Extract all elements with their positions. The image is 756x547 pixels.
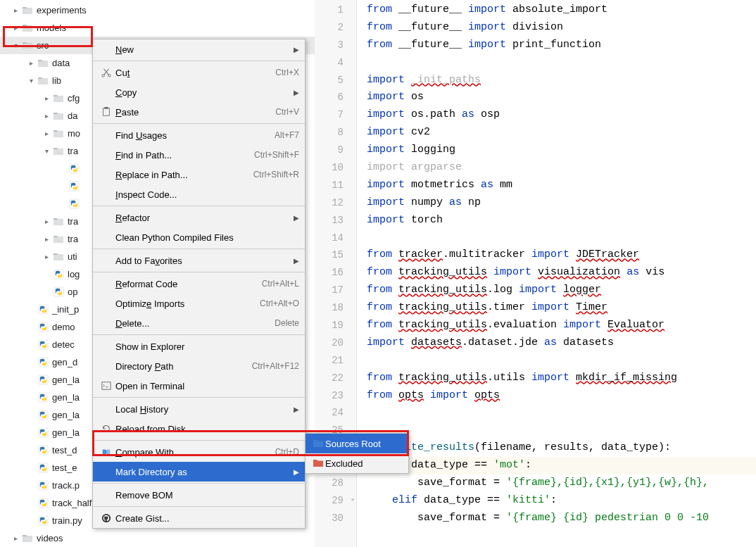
submenu-arrow-icon: ▶	[289, 405, 299, 413]
svg-rect-21	[104, 107, 108, 109]
menu-item-replace-in-path-[interactable]: Replace in Path...Ctrl+Shift+R	[93, 165, 305, 184]
tree-folder[interactable]: experiments	[0, 1, 315, 19]
code-line[interactable]: import argparse	[357, 159, 756, 177]
folder-icon	[52, 128, 65, 139]
menu-item-refactor[interactable]: Refactor▶	[93, 208, 305, 227]
code-line[interactable]: import os.path as osp	[357, 106, 756, 124]
tree-arrow-icon[interactable]	[10, 40, 21, 51]
tree-folder[interactable]: videos	[0, 529, 315, 547]
code-line[interactable]: from tracking_utils.evaluation import Ev…	[357, 317, 756, 334]
submenu-item-sources-root[interactable]: Sources Root	[305, 434, 408, 453]
code-line[interactable]: from tracking_utils import visualization…	[357, 264, 756, 282]
menu-separator	[93, 272, 305, 272]
code-line[interactable]: save_format = '{frame},{id},{x1},{y1},{w…	[357, 474, 756, 492]
code-line[interactable]: from __future__ import print_function	[357, 37, 756, 54]
tree-item-label: src	[37, 40, 49, 51]
menu-item-clean-python-compiled-files[interactable]: Clean Python Compiled Files	[93, 227, 305, 247]
tree-item-label: gen_la	[52, 375, 80, 385]
tree-arrow-icon[interactable]	[41, 234, 52, 245]
menu-separator	[93, 483, 305, 484]
tree-item-label: mo	[68, 128, 80, 139]
code-line[interactable]	[357, 404, 756, 422]
menu-item-paste[interactable]: PasteCtrl+V	[93, 102, 305, 122]
tree-arrow-icon	[25, 463, 37, 474]
menu-item-directory-path[interactable]: Directory PathCtrl+Alt+F12	[93, 356, 305, 376]
tree-arrow-icon	[25, 480, 37, 491]
python-file-icon	[37, 322, 49, 333]
tree-arrow-icon[interactable]	[41, 146, 52, 157]
code-line[interactable]: import motmetrics as mm	[357, 177, 756, 194]
menu-item-reformat-code[interactable]: Reformat CodeCtrl+Alt+L	[93, 274, 305, 294]
tree-arrow-icon[interactable]	[10, 23, 21, 34]
menu-item-new[interactable]: New▶	[93, 39, 305, 59]
code-line[interactable]: from __future__ import division	[357, 19, 756, 37]
menu-item-cut[interactable]: CutCtrl+X	[93, 63, 305, 82]
tree-arrow-icon[interactable]	[41, 251, 52, 263]
menu-item-delete-[interactable]: Delete...Delete	[93, 313, 305, 333]
python-file-icon	[37, 375, 49, 386]
menu-item-local-history[interactable]: Local History▶	[93, 399, 305, 419]
code-line[interactable]: from opts import opts	[357, 387, 756, 405]
context-menu[interactable]: New▶CutCtrl+XCopy▶PasteCtrl+VFind Usages…	[92, 39, 305, 529]
folder-colored-icon	[311, 458, 325, 468]
tree-arrow-icon[interactable]	[25, 58, 37, 69]
code-line[interactable]	[357, 54, 756, 72]
submenu-mark-directory[interactable]: Sources RootExcluded	[305, 433, 409, 474]
code-line[interactable]: import torch	[357, 212, 756, 230]
code-line[interactable]: import cv2	[357, 124, 756, 142]
code-line[interactable]: elif data_type == 'kitti':	[357, 492, 756, 510]
code-line[interactable]: if data_type == 'mot':	[357, 457, 756, 474]
code-line[interactable]: from tracking_utils.utils import mkdir_i…	[357, 370, 756, 387]
menu-item-remove-bom[interactable]: Remove BOM	[93, 485, 305, 505]
tree-arrow-icon[interactable]	[41, 216, 52, 227]
tree-item-label: tra	[68, 146, 78, 156]
menu-shortcut: Ctrl+X	[275, 68, 299, 77]
code-line[interactable]	[357, 422, 756, 439]
menu-shortcut: Ctrl+Alt+F12	[252, 361, 299, 371]
code-line[interactable]: write_results(filename, results, data_ty…	[357, 439, 756, 457]
menu-item-compare-with-[interactable]: Compare With...Ctrl+D	[93, 442, 305, 462]
code-line[interactable]: save_format = '{frame} {id} pedestrian 0…	[357, 510, 756, 527]
code-line[interactable]: import os	[357, 89, 756, 106]
tree-arrow-icon[interactable]	[25, 75, 37, 87]
menu-item-find-in-path-[interactable]: Find in Path...Ctrl+Shift+F	[93, 145, 305, 165]
tree-item-label: _init_p	[52, 304, 79, 315]
code-editor[interactable]: from __future__ import absolute_importfr…	[357, 0, 756, 547]
menu-item-open-in-terminal[interactable]: Open in Terminal	[93, 376, 305, 396]
tree-item-label: test_d	[52, 445, 77, 455]
code-line[interactable]	[357, 352, 756, 370]
tree-arrow-icon	[41, 287, 52, 298]
menu-shortcut: Ctrl+V	[275, 107, 299, 117]
code-line[interactable]: import _init_paths	[357, 72, 756, 89]
submenu-item-label: Excluded	[325, 458, 363, 469]
python-file-icon	[37, 357, 49, 368]
menu-item-reload-from-disk[interactable]: Reload from Disk	[93, 419, 305, 439]
menu-item-add-to-favorites[interactable]: Add to Favorites▶	[93, 251, 305, 270]
code-line[interactable]: from tracking_utils.log import logger	[357, 282, 756, 299]
tree-arrow-icon	[25, 304, 37, 315]
menu-item-inspect-code-[interactable]: Inspect Code...	[93, 184, 305, 204]
code-line[interactable]: from tracking_utils.timer import Timer	[357, 299, 756, 317]
code-line[interactable]: import logging	[357, 142, 756, 159]
code-line[interactable]	[357, 230, 756, 247]
svg-rect-20	[103, 108, 110, 116]
menu-item-show-in-explorer[interactable]: Show in Explorer	[93, 337, 305, 356]
tree-arrow-icon[interactable]	[41, 128, 52, 139]
tree-arrow-icon	[25, 322, 37, 333]
code-line[interactable]: from tracker.multitracker import JDETrac…	[357, 246, 756, 264]
menu-shortcut: Delete	[275, 318, 299, 328]
code-line[interactable]: from __future__ import absolute_import	[357, 1, 756, 19]
menu-item-create-gist-[interactable]: Create Gist...	[93, 508, 305, 528]
tree-arrow-icon[interactable]	[41, 111, 52, 122]
menu-item-mark-directory-as[interactable]: Mark Directory as▶	[93, 462, 305, 482]
tree-arrow-icon[interactable]	[41, 93, 52, 104]
code-line[interactable]: import datasets.dataset.jde as datasets	[357, 334, 756, 352]
menu-item-copy[interactable]: Copy▶	[93, 82, 305, 102]
tree-arrow-icon[interactable]	[10, 533, 21, 544]
menu-item-optimize-imports[interactable]: Optimize ImportsCtrl+Alt+O	[93, 294, 305, 313]
submenu-item-excluded[interactable]: Excluded	[305, 453, 408, 473]
tree-arrow-icon[interactable]	[10, 5, 21, 16]
tree-folder[interactable]: models	[0, 19, 315, 37]
menu-item-find-usages[interactable]: Find UsagesAlt+F7	[93, 125, 305, 145]
code-line[interactable]: import numpy as np	[357, 194, 756, 212]
